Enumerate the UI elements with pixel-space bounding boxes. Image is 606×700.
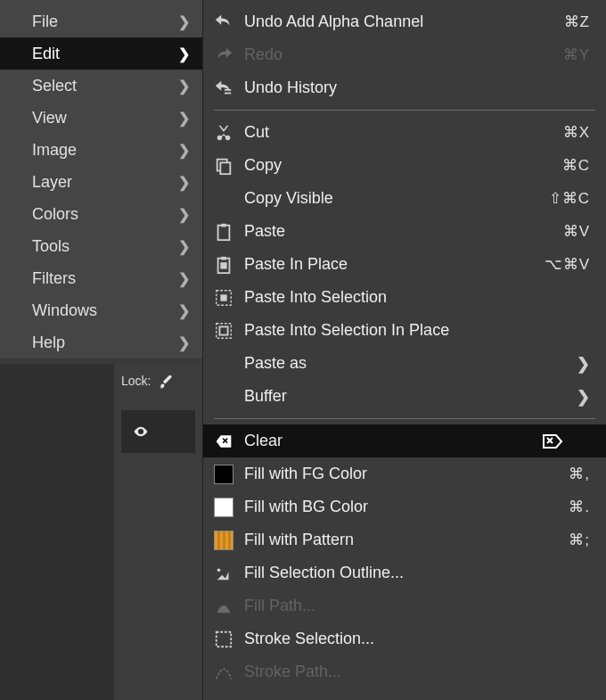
separator xyxy=(214,418,595,419)
submenu-label: Fill with BG Color xyxy=(244,498,533,516)
cut-icon xyxy=(212,121,235,144)
shortcut: ⌘Z xyxy=(542,12,590,31)
shortcut: ⌥⌘V xyxy=(542,255,590,274)
layers-panel: Lock: xyxy=(114,364,202,700)
menu-file[interactable]: File ❯ xyxy=(0,5,202,37)
submenu-label: Stroke Selection... xyxy=(244,630,533,648)
menu-edit[interactable]: Edit ❯ xyxy=(0,37,202,70)
submenu-fill-path[interactable]: Fill Path... xyxy=(203,589,606,622)
menu-select[interactable]: Select ❯ xyxy=(0,70,202,102)
submenu-stroke-path[interactable]: Stroke Path... xyxy=(203,655,606,688)
svg-rect-6 xyxy=(221,223,226,226)
svg-rect-1 xyxy=(225,88,231,90)
svg-rect-4 xyxy=(220,162,230,174)
redo-icon xyxy=(212,44,235,67)
submenu-fill-fg[interactable]: Fill with FG Color ⌘, xyxy=(203,457,606,490)
svg-point-0 xyxy=(140,431,143,433)
menu-label: Layer xyxy=(32,173,72,192)
submenu-label: Fill with FG Color xyxy=(244,465,533,483)
submenu-stroke-selection[interactable]: Stroke Selection... xyxy=(203,622,606,655)
submenu-label: Copy xyxy=(244,156,533,175)
submenu-label: Paste xyxy=(244,222,533,241)
svg-rect-8 xyxy=(221,256,226,259)
submenu-paste[interactable]: Paste ⌘V xyxy=(203,215,606,248)
shortcut: ⌘Y xyxy=(542,45,590,64)
submenu-fill-pattern[interactable]: Fill with Pattern ⌘; xyxy=(203,523,606,556)
submenu-fill-bg[interactable]: Fill with BG Color ⌘. xyxy=(203,490,606,523)
submenu-label: Buffer xyxy=(244,387,568,406)
svg-rect-5 xyxy=(218,225,230,239)
shortcut: ⌘; xyxy=(542,531,590,549)
chevron-right-icon: ❯ xyxy=(178,13,190,30)
submenu-fill-selection-outline[interactable]: Fill Selection Outline... xyxy=(203,556,606,589)
svg-rect-15 xyxy=(217,631,232,646)
layer-row[interactable] xyxy=(121,410,195,453)
submenu-redo[interactable]: Redo ⌘Y xyxy=(203,38,606,71)
submenu-label: Cut xyxy=(244,123,533,142)
submenu-cut[interactable]: Cut ⌘X xyxy=(203,116,606,149)
blank-icon xyxy=(212,187,235,210)
shortcut: ⇧⌘C xyxy=(542,189,590,208)
submenu-label: Paste Into Selection xyxy=(244,288,533,307)
undo-icon xyxy=(212,11,235,34)
menu-filters[interactable]: Filters ❯ xyxy=(0,262,202,294)
menu-help[interactable]: Help ❯ xyxy=(0,326,202,358)
submenu-label: Undo Add Alpha Channel xyxy=(244,12,533,31)
menubar: File ❯ Edit ❯ Select ❯ View ❯ Image ❯ La… xyxy=(0,0,202,358)
bg-swatch-icon xyxy=(212,496,235,519)
copy-icon xyxy=(212,154,235,177)
svg-point-14 xyxy=(217,568,221,572)
submenu-paste-into-selection-in-place[interactable]: Paste Into Selection In Place xyxy=(203,314,606,347)
blank-icon xyxy=(212,385,235,408)
submenu-label: Fill Path... xyxy=(244,597,533,615)
undo-history-icon xyxy=(212,77,235,100)
chevron-right-icon: ❯ xyxy=(178,334,190,351)
blank-icon xyxy=(212,352,235,375)
submenu-paste-into-selection[interactable]: Paste Into Selection xyxy=(203,281,606,314)
lock-row: Lock: xyxy=(121,369,195,392)
stroke-selection-icon xyxy=(212,628,235,651)
submenu-buffer[interactable]: Buffer ❯ xyxy=(203,380,606,413)
brush-icon[interactable] xyxy=(158,373,176,389)
chevron-right-icon: ❯ xyxy=(577,354,590,374)
submenu-clear[interactable]: Clear xyxy=(203,424,606,457)
menu-colors[interactable]: Colors ❯ xyxy=(0,198,202,230)
submenu-label: Paste as xyxy=(244,354,568,373)
menu-layer[interactable]: Layer ❯ xyxy=(0,166,202,198)
submenu-paste-as[interactable]: Paste as ❯ xyxy=(203,347,606,380)
paste-into-selection-icon xyxy=(212,286,235,309)
fg-swatch-icon xyxy=(212,463,235,486)
svg-rect-11 xyxy=(220,294,226,301)
svg-rect-2 xyxy=(225,92,231,94)
tool-strip xyxy=(0,364,114,700)
menu-windows[interactable]: Windows ❯ xyxy=(0,294,202,326)
menu-image[interactable]: Image ❯ xyxy=(0,134,202,166)
submenu-label: Redo xyxy=(244,45,533,64)
menu-view[interactable]: View ❯ xyxy=(0,102,202,134)
submenu-label: Undo History xyxy=(244,78,533,97)
submenu-label: Copy Visible xyxy=(244,189,533,208)
shortcut: ⌘, xyxy=(542,465,590,483)
submenu-copy[interactable]: Copy ⌘C xyxy=(203,149,606,182)
submenu-undo-history[interactable]: Undo History xyxy=(203,71,606,104)
clear-icon xyxy=(212,430,235,453)
shortcut: ⌘V xyxy=(542,222,590,241)
menu-label: Colors xyxy=(32,205,78,224)
lock-label: Lock: xyxy=(121,374,151,388)
menu-label: Image xyxy=(32,141,77,160)
menu-label: View xyxy=(32,109,67,128)
paste-into-selection-in-place-icon xyxy=(212,319,235,342)
chevron-right-icon: ❯ xyxy=(178,238,190,255)
menu-label: Windows xyxy=(32,301,97,320)
submenu-undo[interactable]: Undo Add Alpha Channel ⌘Z xyxy=(203,5,606,38)
fill-selection-outline-icon xyxy=(212,562,235,585)
shortcut: ⌘C xyxy=(542,156,590,175)
submenu-copy-visible[interactable]: Copy Visible ⇧⌘C xyxy=(203,182,606,215)
submenu-label: Clear xyxy=(244,432,533,450)
eye-icon[interactable] xyxy=(130,424,152,440)
paste-in-place-icon xyxy=(212,253,235,276)
menu-tools[interactable]: Tools ❯ xyxy=(0,230,202,262)
submenu-paste-in-place[interactable]: Paste In Place ⌥⌘V xyxy=(203,248,606,281)
svg-rect-9 xyxy=(220,262,226,268)
menu-label: Select xyxy=(32,77,77,95)
